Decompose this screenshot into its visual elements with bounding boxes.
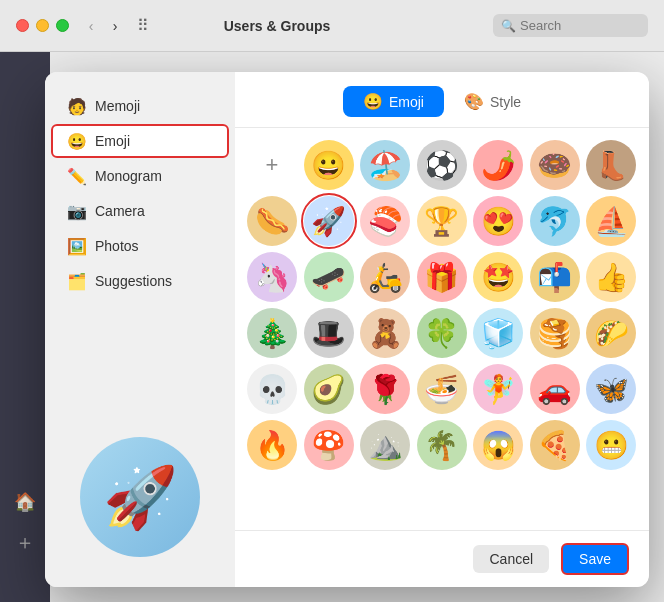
emoji-cell[interactable]: ⛰️	[360, 420, 410, 470]
emoji-cell[interactable]: 🏖️	[360, 140, 410, 190]
camera-icon: 📷	[67, 201, 87, 221]
emoji-cell[interactable]: 💀	[247, 364, 297, 414]
emoji-grid: +😀🏖️⚽🌶️🍩👢🌭🚀🍣🏆😍🐬⛵🦄🛹🛵🎁🤩📬👍🎄🎩🧸🍀🧊🥞🌮💀🥑🌹🍜🧚🚗🦋🔥🍄⛰…	[247, 140, 637, 470]
emoji-cell[interactable]: 🦄	[247, 252, 297, 302]
emoji-cell[interactable]: 📬	[530, 252, 580, 302]
style-tab-icon: 🎨	[464, 92, 484, 111]
add-emoji-button[interactable]: +	[247, 140, 297, 190]
tabs-bar: 😀 Emoji 🎨 Style	[235, 72, 649, 128]
save-button[interactable]: Save	[561, 543, 629, 575]
emoji-cell[interactable]: 🥑	[304, 364, 354, 414]
emoji-cell[interactable]: 🍩	[530, 140, 580, 190]
emoji-cell[interactable]: 🌹	[360, 364, 410, 414]
emoji-cell[interactable]: 🏆	[417, 196, 467, 246]
emoji-cell[interactable]: 🚗	[530, 364, 580, 414]
emoji-cell[interactable]: 😍	[473, 196, 523, 246]
sidebar-label-emoji: Emoji	[95, 133, 130, 149]
search-icon: 🔍	[501, 19, 516, 33]
sidebar-item-emoji[interactable]: 😀 Emoji	[51, 124, 229, 158]
emoji-cell[interactable]: 😱	[473, 420, 523, 470]
emoji-cell[interactable]: 🧚	[473, 364, 523, 414]
sidebar-item-photos[interactable]: 🖼️ Photos	[51, 229, 229, 263]
emoji-grid-container[interactable]: +😀🏖️⚽🌶️🍩👢🌭🚀🍣🏆😍🐬⛵🦄🛹🛵🎁🤩📬👍🎄🎩🧸🍀🧊🥞🌮💀🥑🌹🍜🧚🚗🦋🔥🍄⛰…	[235, 128, 649, 530]
avatar-circle: 🚀	[80, 437, 200, 557]
sidebar-item-monogram[interactable]: ✏️ Monogram	[51, 159, 229, 193]
emoji-cell[interactable]: 🐬	[530, 196, 580, 246]
emoji-picker-modal: 🧑 Memoji 😀 Emoji ✏️ Monogram 📷 Camera 🖼️…	[45, 72, 649, 587]
cancel-button[interactable]: Cancel	[473, 545, 549, 573]
main-area: 🏠 ＋ 🧑 Memoji 😀 Emoji ✏️ Monogram 📷 Camer…	[0, 52, 664, 602]
emoji-cell[interactable]: 🥞	[530, 308, 580, 358]
emoji-cell[interactable]: ⛵	[586, 196, 636, 246]
sidebar-label-monogram: Monogram	[95, 168, 162, 184]
tab-emoji[interactable]: 😀 Emoji	[343, 86, 444, 117]
sidebar-label-memoji: Memoji	[95, 98, 140, 114]
sidebar-item-memoji[interactable]: 🧑 Memoji	[51, 89, 229, 123]
emoji-cell[interactable]: 👍	[586, 252, 636, 302]
emoji-cell[interactable]: 🛹	[304, 252, 354, 302]
emoji-cell[interactable]: 🍕	[530, 420, 580, 470]
emoji-cell[interactable]: 🎄	[247, 308, 297, 358]
home-icon[interactable]: 🏠	[5, 482, 45, 522]
memoji-icon: 🧑	[67, 96, 87, 116]
emoji-cell[interactable]: 🌮	[586, 308, 636, 358]
app-sidebar: 🏠 ＋	[0, 52, 50, 602]
photos-icon: 🖼️	[67, 236, 87, 256]
tab-style[interactable]: 🎨 Style	[444, 86, 541, 117]
emoji-cell[interactable]: 🌴	[417, 420, 467, 470]
search-input[interactable]	[520, 18, 640, 33]
emoji-cell[interactable]: 🍜	[417, 364, 467, 414]
emoji-cell[interactable]: 🌭	[247, 196, 297, 246]
window-title: Users & Groups	[61, 18, 493, 34]
emoji-cell[interactable]: 😀	[304, 140, 354, 190]
emoji-cell[interactable]: 😬	[586, 420, 636, 470]
tab-style-label: Style	[490, 94, 521, 110]
emoji-cell[interactable]: ⚽	[417, 140, 467, 190]
emoji-icon: 😀	[67, 131, 87, 151]
monogram-icon: ✏️	[67, 166, 87, 186]
tab-emoji-label: Emoji	[389, 94, 424, 110]
add-icon[interactable]: ＋	[5, 522, 45, 562]
emoji-cell[interactable]: 🎩	[304, 308, 354, 358]
modal-footer: Cancel Save	[235, 530, 649, 587]
modal-content: 😀 Emoji 🎨 Style +😀🏖️⚽🌶️🍩👢🌭🚀🍣🏆😍🐬⛵🦄🛹🛵🎁🤩📬👍🎄…	[235, 72, 649, 587]
avatar-section: 🚀	[45, 437, 235, 557]
modal-sidebar: 🧑 Memoji 😀 Emoji ✏️ Monogram 📷 Camera 🖼️…	[45, 72, 235, 587]
emoji-cell[interactable]: 👢	[586, 140, 636, 190]
emoji-cell[interactable]: 🛵	[360, 252, 410, 302]
sidebar-label-photos: Photos	[95, 238, 139, 254]
emoji-cell[interactable]: 🧊	[473, 308, 523, 358]
emoji-cell[interactable]: 🍄	[304, 420, 354, 470]
emoji-cell[interactable]: 🤩	[473, 252, 523, 302]
sidebar-label-camera: Camera	[95, 203, 145, 219]
emoji-cell[interactable]: 🌶️	[473, 140, 523, 190]
sidebar-label-suggestions: Suggestions	[95, 273, 172, 289]
emoji-cell[interactable]: 🦋	[586, 364, 636, 414]
suggestions-icon: 🗂️	[67, 271, 87, 291]
emoji-cell[interactable]: 🎁	[417, 252, 467, 302]
emoji-tab-icon: 😀	[363, 92, 383, 111]
sidebar-items-list: 🧑 Memoji 😀 Emoji ✏️ Monogram 📷 Camera 🖼️…	[45, 89, 235, 298]
search-box[interactable]: 🔍	[493, 14, 648, 37]
emoji-cell[interactable]: 🍣	[360, 196, 410, 246]
emoji-cell[interactable]: 🧸	[360, 308, 410, 358]
title-bar: ‹ › ⠿ Users & Groups 🔍	[0, 0, 664, 52]
emoji-cell[interactable]: 🚀	[304, 196, 354, 246]
sidebar-item-suggestions[interactable]: 🗂️ Suggestions	[51, 264, 229, 298]
emoji-cell[interactable]: 🔥	[247, 420, 297, 470]
close-button[interactable]	[16, 19, 29, 32]
emoji-cell[interactable]: 🍀	[417, 308, 467, 358]
sidebar-item-camera[interactable]: 📷 Camera	[51, 194, 229, 228]
minimize-button[interactable]	[36, 19, 49, 32]
